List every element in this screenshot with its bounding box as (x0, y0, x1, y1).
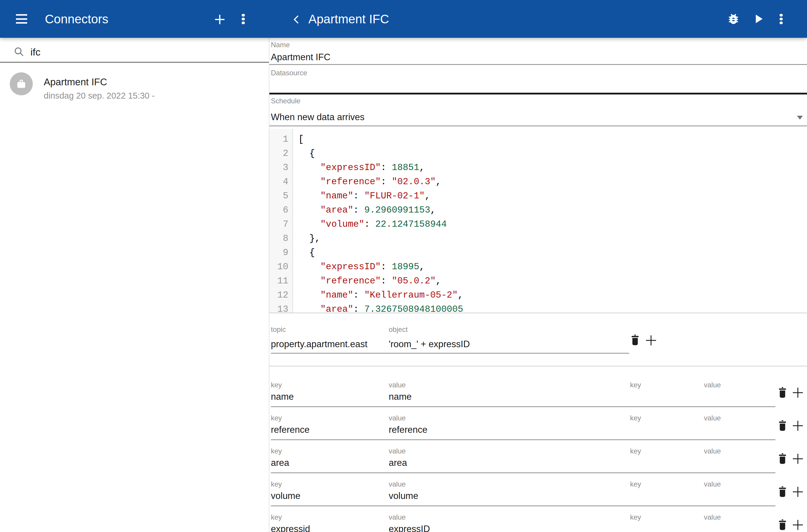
key-label: key (271, 447, 282, 455)
add-row-button[interactable] (791, 518, 804, 531)
key-field[interactable]: volume (271, 491, 300, 501)
key-label-2: key (630, 381, 641, 389)
briefcase-icon (15, 78, 27, 90)
value-label-2: value (704, 447, 721, 455)
app-bar: Connectors Apartment IFC (0, 0, 807, 38)
value-field[interactable]: volume (389, 491, 418, 501)
list-item-subtitle: dinsdag 20 sep. 2022 15:30 - (44, 91, 155, 101)
key-label-2: key (630, 414, 641, 422)
row-divider (271, 406, 775, 407)
key-field[interactable]: expressid (271, 524, 310, 532)
key-field-2[interactable] (630, 458, 674, 470)
kv-rows: key value key value name name key value … (269, 38, 807, 532)
value-field[interactable]: expressID (389, 524, 430, 532)
key-field[interactable]: reference (271, 424, 310, 435)
add-icon (791, 452, 804, 465)
row-divider (271, 439, 775, 440)
more-vert-icon[interactable] (241, 13, 245, 25)
more-vert-icon-detail[interactable] (779, 13, 783, 25)
key-label-2: key (630, 447, 641, 455)
search-input[interactable]: ifc (31, 45, 40, 58)
key-field[interactable]: name (271, 392, 294, 402)
delete-icon (776, 519, 788, 531)
key-field-2[interactable] (630, 424, 674, 436)
play-icon (751, 12, 766, 26)
add-connector-button[interactable] (214, 14, 226, 25)
connector-list-panel: ifc Apartment IFC dinsdag 20 sep. 2022 1… (0, 38, 269, 532)
value-label: value (389, 414, 406, 422)
add-row-button[interactable] (791, 419, 804, 432)
value-label: value (389, 447, 406, 455)
page-title-connectors: Connectors (45, 13, 108, 26)
search-bar[interactable]: ifc (0, 38, 269, 62)
kv-row: key value key value area area (269, 442, 807, 475)
kv-row: key value key value name name (269, 376, 807, 408)
key-label: key (271, 414, 282, 422)
row-divider (271, 506, 775, 506)
value-field-2[interactable] (704, 458, 748, 470)
menu-icon[interactable] (16, 14, 27, 24)
value-field-2[interactable] (704, 491, 748, 502)
delete-row-button[interactable] (776, 519, 788, 531)
delete-icon (776, 420, 788, 432)
key-label: key (271, 480, 282, 488)
key-label-2: key (630, 513, 641, 521)
delete-icon (776, 486, 788, 498)
add-icon (214, 14, 226, 25)
list-item-apartment-ifc[interactable]: Apartment IFC dinsdag 20 sep. 2022 15:30… (0, 63, 269, 116)
value-field-2[interactable] (704, 392, 748, 403)
add-row-button[interactable] (791, 486, 804, 498)
key-label: key (271, 513, 282, 521)
key-label: key (271, 381, 282, 389)
key-field-2[interactable] (630, 524, 674, 532)
back-icon (291, 14, 303, 25)
kv-row: key value key value reference reference (269, 408, 807, 442)
kv-row: key value key value volume volume (269, 475, 807, 508)
value-field-2[interactable] (704, 524, 748, 532)
key-label-2: key (630, 480, 641, 488)
add-icon (791, 486, 804, 498)
value-label: value (389, 480, 406, 488)
search-icon (13, 46, 24, 58)
run-button[interactable] (751, 12, 766, 26)
page-title-detail: Apartment IFC (308, 13, 389, 26)
add-icon (791, 419, 804, 432)
key-field-2[interactable] (630, 491, 674, 502)
kv-row: key value key value expressid expressID (269, 508, 807, 532)
value-field-2[interactable] (704, 424, 748, 436)
value-label-2: value (704, 381, 721, 389)
key-field[interactable]: area (271, 458, 289, 468)
key-field-2[interactable] (630, 392, 674, 403)
delete-icon (776, 453, 788, 465)
delete-row-button[interactable] (776, 420, 788, 432)
value-label: value (389, 513, 406, 521)
add-row-button[interactable] (791, 386, 804, 399)
row-divider (271, 472, 775, 473)
bug-icon (727, 12, 740, 26)
value-field[interactable]: area (389, 458, 407, 468)
back-button[interactable] (291, 14, 303, 25)
value-label-2: value (704, 414, 721, 422)
delete-row-button[interactable] (776, 486, 788, 498)
debug-button[interactable] (727, 12, 740, 26)
delete-row-button[interactable] (776, 453, 788, 465)
delete-row-button[interactable] (776, 387, 788, 399)
value-field[interactable]: name (389, 392, 412, 402)
delete-icon (776, 387, 788, 399)
add-row-button[interactable] (791, 452, 804, 465)
avatar (10, 72, 33, 95)
value-label-2: value (704, 513, 721, 521)
value-field[interactable]: reference (389, 424, 427, 435)
value-label: value (389, 381, 406, 389)
connector-detail-panel: Name Apartment IFC Datasource Schedule W… (269, 38, 807, 532)
add-icon (791, 386, 804, 399)
add-icon (791, 518, 804, 531)
list-item-title: Apartment IFC (44, 76, 107, 88)
value-label-2: value (704, 480, 721, 488)
